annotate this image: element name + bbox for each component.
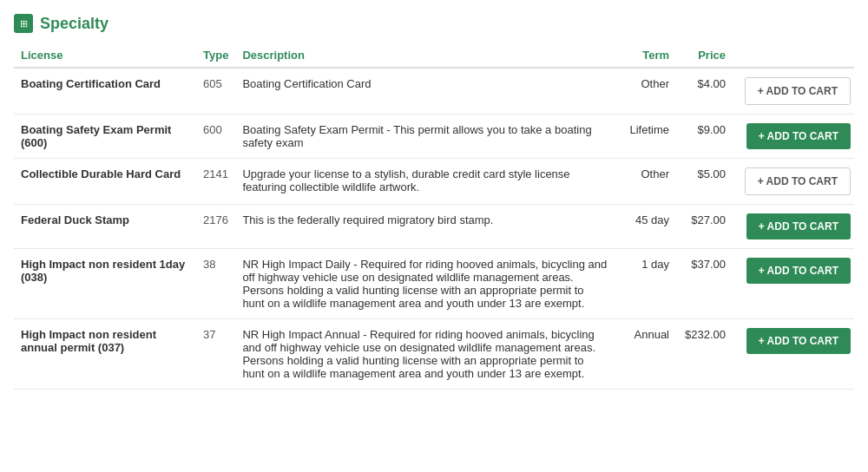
license-type: 37 [196,319,235,390]
license-description: NR High Impact Daily - Required for ridi… [235,249,615,319]
table-row: Boating Certification Card 605 Boating C… [14,68,854,115]
license-price: $27.00 [676,205,733,249]
table-row: Federal Duck Stamp 2176 This is the fede… [14,205,854,249]
license-term: 1 day [615,249,676,319]
license-price: $9.00 [676,115,733,159]
license-price: $4.00 [676,68,733,115]
add-to-cart-button[interactable]: + ADD TO CART [745,77,851,105]
license-term: 45 day [615,205,676,249]
license-type: 600 [196,115,235,159]
license-name: Collectible Durable Hard Card [14,159,196,205]
add-to-cart-cell: + ADD TO CART [733,205,854,249]
section-title: Specialty [40,15,108,33]
add-to-cart-cell: + ADD TO CART [733,249,854,319]
table-header-row: License Type Description Term Price [14,43,854,68]
license-description: NR High Impact Annual - Required for rid… [235,319,615,390]
license-price: $232.00 [676,319,733,390]
license-price: $37.00 [676,249,733,319]
add-to-cart-cell: + ADD TO CART [733,319,854,390]
col-header-license: License [14,43,196,68]
license-term: Annual [615,319,676,390]
license-term: Other [615,68,676,115]
add-to-cart-button[interactable]: + ADD TO CART [746,213,851,239]
license-type: 2176 [196,205,235,249]
license-term: Other [615,159,676,205]
license-description: This is the federally required migratory… [235,205,615,249]
license-type: 2141 [196,159,235,205]
table-row: Collectible Durable Hard Card 2141 Upgra… [14,159,854,205]
license-name: High Impact non resident annual permit (… [14,319,196,390]
specialty-table: License Type Description Term Price Boat… [14,43,854,390]
section-header: ⊞ Specialty [14,14,854,33]
add-to-cart-button[interactable]: + ADD TO CART [746,258,851,284]
add-to-cart-button[interactable]: + ADD TO CART [746,328,851,354]
license-description: Upgrade your license to a stylish, durab… [235,159,615,205]
col-header-description: Description [235,43,615,68]
table-row: High Impact non resident 1day (038) 38 N… [14,249,854,319]
add-to-cart-button[interactable]: + ADD TO CART [745,167,851,195]
add-to-cart-button[interactable]: + ADD TO CART [746,123,851,149]
col-header-type: Type [196,43,235,68]
add-to-cart-cell: + ADD TO CART [733,159,854,205]
license-description: Boating Certification Card [235,68,615,115]
license-description: Boating Safety Exam Permit - This permit… [235,115,615,159]
grid-icon: ⊞ [14,14,33,33]
license-type: 38 [196,249,235,319]
license-name: High Impact non resident 1day (038) [14,249,196,319]
col-header-action [733,43,854,68]
license-name: Boating Safety Exam Permit (600) [14,115,196,159]
table-row: Boating Safety Exam Permit (600) 600 Boa… [14,115,854,159]
license-type: 605 [196,68,235,115]
license-name: Federal Duck Stamp [14,205,196,249]
specialty-section: ⊞ Specialty License Type Description Ter… [0,0,868,403]
col-header-term: Term [615,43,676,68]
add-to-cart-cell: + ADD TO CART [733,68,854,115]
table-row: High Impact non resident annual permit (… [14,319,854,390]
license-term: Lifetime [615,115,676,159]
col-header-price: Price [676,43,733,68]
license-name: Boating Certification Card [14,68,196,115]
license-price: $5.00 [676,159,733,205]
add-to-cart-cell: + ADD TO CART [733,115,854,159]
